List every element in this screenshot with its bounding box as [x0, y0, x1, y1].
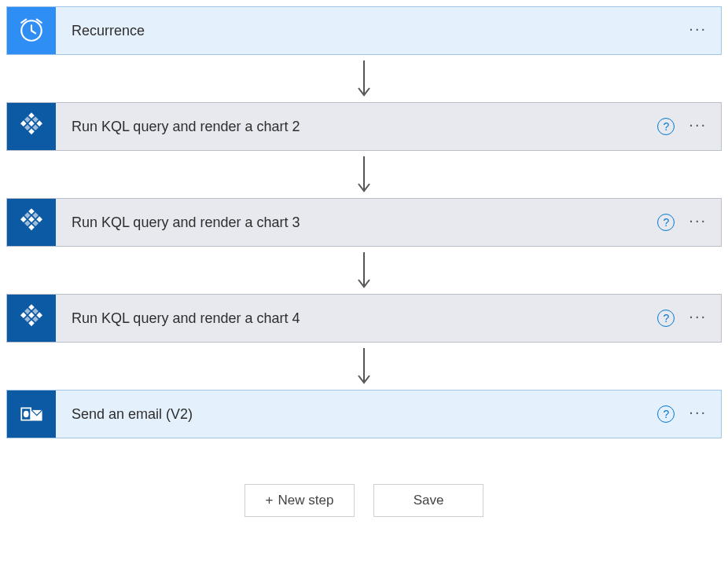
- svg-rect-15: [24, 212, 31, 218]
- bottom-actions: + New step Save: [6, 484, 722, 517]
- kql-icon: [7, 102, 56, 151]
- step-kql-2[interactable]: Run KQL query and render a chart 2 ? ···: [6, 102, 722, 151]
- svg-rect-30: [28, 321, 35, 327]
- svg-rect-22: [28, 304, 35, 310]
- svg-rect-12: [28, 208, 35, 214]
- step-label: Run KQL query and render a chart 4: [56, 310, 657, 327]
- help-icon[interactable]: ?: [657, 214, 675, 231]
- new-step-button[interactable]: + New step: [245, 484, 355, 517]
- step-kql-3[interactable]: Run KQL query and render a chart 3 ? ···: [6, 198, 722, 247]
- svg-rect-9: [24, 124, 31, 130]
- clock-icon: [7, 6, 56, 55]
- step-actions: ? ···: [657, 404, 721, 424]
- step-actions: ···: [689, 20, 721, 41]
- outlook-icon: [7, 390, 56, 438]
- connector-arrow: [6, 343, 722, 390]
- svg-rect-20: [28, 225, 35, 231]
- svg-rect-2: [28, 112, 35, 119]
- help-icon[interactable]: ?: [657, 310, 675, 327]
- connector-arrow: [6, 247, 722, 294]
- connector-arrow: [6, 55, 722, 102]
- more-icon[interactable]: ···: [689, 404, 707, 424]
- step-label: Send an email (V2): [56, 406, 657, 423]
- save-label: Save: [414, 493, 444, 508]
- svg-rect-6: [28, 120, 35, 126]
- svg-rect-10: [28, 129, 35, 135]
- new-step-label: New step: [278, 493, 334, 508]
- step-label: Recurrence: [56, 23, 689, 39]
- help-icon[interactable]: ?: [657, 405, 675, 423]
- more-icon[interactable]: ···: [689, 20, 707, 41]
- kql-icon: [7, 294, 56, 343]
- svg-rect-28: [20, 312, 27, 318]
- svg-point-34: [24, 411, 29, 418]
- svg-rect-5: [24, 116, 31, 123]
- plus-icon: +: [266, 493, 274, 508]
- svg-rect-18: [20, 216, 27, 222]
- svg-rect-3: [32, 116, 39, 123]
- kql-icon: [7, 198, 56, 247]
- step-actions: ? ···: [657, 308, 721, 328]
- step-actions: ? ···: [657, 212, 721, 233]
- more-icon[interactable]: ···: [689, 212, 707, 233]
- svg-rect-4: [36, 120, 42, 126]
- svg-rect-24: [36, 312, 42, 318]
- svg-rect-29: [24, 316, 31, 322]
- step-label: Run KQL query and render a chart 2: [56, 119, 657, 135]
- step-actions: ? ···: [657, 116, 721, 137]
- help-icon[interactable]: ?: [657, 118, 675, 135]
- svg-rect-23: [32, 308, 39, 314]
- step-label: Run KQL query and render a chart 3: [56, 214, 657, 231]
- svg-rect-26: [28, 312, 35, 318]
- save-button[interactable]: Save: [373, 484, 483, 517]
- more-icon[interactable]: ···: [689, 308, 707, 328]
- connector-arrow: [6, 151, 722, 198]
- svg-rect-7: [32, 124, 39, 130]
- step-recurrence[interactable]: Recurrence ···: [6, 6, 722, 55]
- svg-rect-14: [36, 216, 42, 222]
- svg-rect-8: [20, 120, 27, 126]
- svg-rect-16: [28, 216, 35, 222]
- step-kql-4[interactable]: Run KQL query and render a chart 4 ? ···: [6, 294, 722, 343]
- more-icon[interactable]: ···: [689, 116, 707, 137]
- svg-rect-27: [32, 316, 39, 322]
- workflow-container: Recurrence ···: [6, 6, 722, 517]
- step-send-email[interactable]: Send an email (V2) ? ···: [6, 390, 722, 438]
- svg-rect-13: [32, 212, 39, 218]
- svg-rect-25: [24, 308, 31, 314]
- svg-rect-17: [32, 220, 39, 226]
- svg-rect-19: [24, 220, 31, 226]
